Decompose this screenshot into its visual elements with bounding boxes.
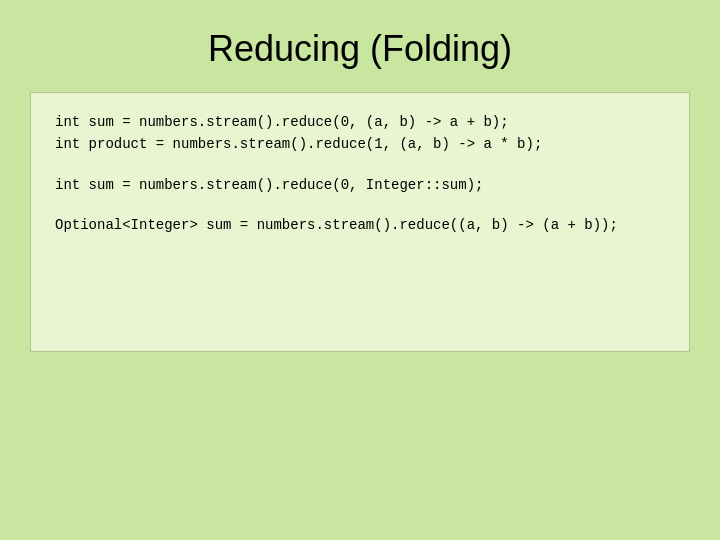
code-spacer-2 — [55, 196, 665, 214]
code-line-1: int sum = numbers.stream().reduce(0, (a,… — [55, 111, 665, 133]
code-line-4: Optional<Integer> sum = numbers.stream()… — [55, 214, 665, 236]
page-title: Reducing (Folding) — [208, 28, 512, 70]
code-line-2: int product = numbers.stream().reduce(1,… — [55, 133, 665, 155]
code-line-3: int sum = numbers.stream().reduce(0, Int… — [55, 174, 665, 196]
code-spacer-1 — [55, 156, 665, 174]
code-block: int sum = numbers.stream().reduce(0, (a,… — [30, 92, 690, 352]
